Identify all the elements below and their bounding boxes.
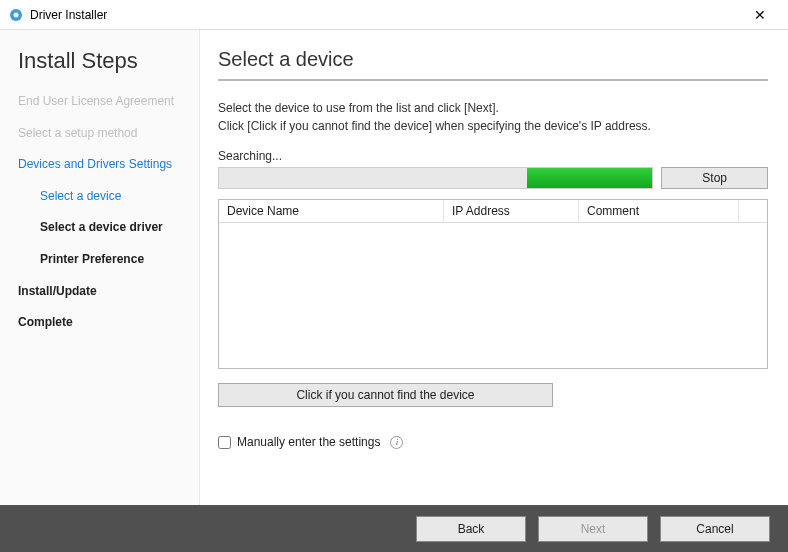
main-area: Install Steps End User License Agreement… — [0, 30, 788, 505]
table-header: Device Name IP Address Comment — [219, 200, 767, 223]
search-progress — [218, 167, 653, 189]
col-spacer — [739, 200, 767, 222]
substep-select-driver: Select a device driver — [18, 220, 199, 236]
instruction-line-1: Select the device to use from the list a… — [218, 101, 499, 115]
svg-point-1 — [14, 12, 19, 17]
step-install-update: Install/Update — [18, 284, 199, 300]
close-icon[interactable]: ✕ — [740, 0, 780, 30]
manual-label: Manually enter the settings — [237, 435, 380, 449]
instruction-line-2: Click [Click if you cannot find the devi… — [218, 119, 651, 133]
page-title: Select a device — [218, 48, 768, 71]
window-title: Driver Installer — [30, 8, 740, 22]
searching-label: Searching... — [218, 149, 768, 163]
progress-row: Stop — [218, 167, 768, 189]
stop-button[interactable]: Stop — [661, 167, 768, 189]
footer: Back Next Cancel — [0, 505, 788, 552]
cannot-find-button[interactable]: Click if you cannot find the device — [218, 383, 553, 407]
col-ip-address[interactable]: IP Address — [444, 200, 579, 222]
col-comment[interactable]: Comment — [579, 200, 739, 222]
step-devices-settings: Devices and Drivers Settings — [18, 157, 199, 173]
manual-entry-row: Manually enter the settings i — [218, 435, 768, 449]
titlebar: Driver Installer ✕ — [0, 0, 788, 30]
instruction-text: Select the device to use from the list a… — [218, 99, 768, 135]
info-icon[interactable]: i — [390, 436, 403, 449]
manual-checkbox[interactable] — [218, 436, 231, 449]
step-setup-method: Select a setup method — [18, 126, 199, 142]
step-eula: End User License Agreement — [18, 94, 199, 110]
substep-printer-pref: Printer Preference — [18, 252, 199, 268]
col-device-name[interactable]: Device Name — [219, 200, 444, 222]
divider — [218, 79, 768, 81]
cancel-button[interactable]: Cancel — [660, 516, 770, 542]
device-table[interactable]: Device Name IP Address Comment — [218, 199, 768, 369]
app-icon — [8, 7, 24, 23]
sidebar-title: Install Steps — [18, 48, 199, 74]
substep-select-device: Select a device — [18, 189, 199, 205]
step-complete: Complete — [18, 315, 199, 331]
back-button[interactable]: Back — [416, 516, 526, 542]
content-panel: Select a device Select the device to use… — [200, 30, 788, 505]
progress-fill — [527, 168, 653, 188]
next-button[interactable]: Next — [538, 516, 648, 542]
sidebar: Install Steps End User License Agreement… — [0, 30, 200, 505]
